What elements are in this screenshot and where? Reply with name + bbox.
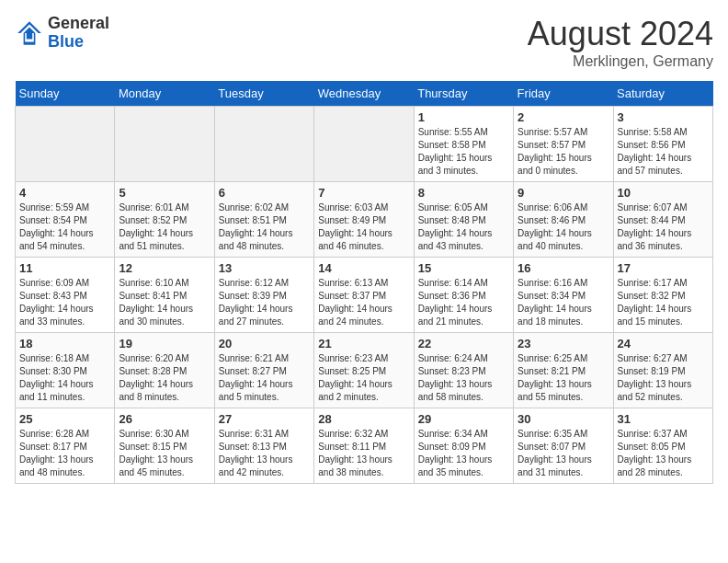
day-number: 12 — [119, 261, 210, 275]
day-number: 5 — [119, 186, 210, 200]
day-number: 24 — [618, 337, 709, 350]
day-info: Sunrise: 6:20 AMSunset: 8:28 PMDaylight:… — [119, 352, 210, 404]
calendar-cell: 17Sunrise: 6:17 AMSunset: 8:32 PMDayligh… — [613, 258, 712, 333]
calendar-cell: 20Sunrise: 6:21 AMSunset: 8:27 PMDayligh… — [214, 333, 313, 408]
day-info: Sunrise: 5:57 AMSunset: 8:57 PMDaylight:… — [518, 126, 609, 178]
day-number: 8 — [418, 186, 509, 200]
logo: General Blue — [15, 15, 109, 52]
day-number: 25 — [19, 412, 110, 426]
day-info: Sunrise: 6:23 AMSunset: 8:25 PMDaylight:… — [318, 352, 409, 404]
calendar-cell — [115, 107, 214, 182]
title-block: August 2024 Merklingen, Germany — [528, 15, 713, 70]
calendar-table: SundayMondayTuesdayWednesdayThursdayFrid… — [15, 81, 713, 484]
day-info: Sunrise: 6:31 AMSunset: 8:13 PMDaylight:… — [219, 428, 310, 479]
day-info: Sunrise: 6:07 AMSunset: 8:44 PMDaylight:… — [618, 201, 709, 253]
calendar-cell: 12Sunrise: 6:10 AMSunset: 8:41 PMDayligh… — [115, 258, 214, 333]
day-number: 28 — [318, 412, 409, 426]
day-header-tuesday: Tuesday — [214, 81, 313, 107]
calendar-cell — [16, 107, 115, 182]
logo-text: General Blue — [48, 15, 109, 52]
day-info: Sunrise: 6:17 AMSunset: 8:32 PMDaylight:… — [618, 277, 709, 328]
calendar-week-1: 1Sunrise: 5:55 AMSunset: 8:58 PMDaylight… — [16, 107, 713, 182]
location: Merklingen, Germany — [528, 53, 713, 70]
day-number: 17 — [618, 261, 709, 275]
day-number: 11 — [19, 261, 110, 275]
day-info: Sunrise: 6:09 AMSunset: 8:43 PMDaylight:… — [19, 277, 110, 328]
calendar-cell: 19Sunrise: 6:20 AMSunset: 8:28 PMDayligh… — [115, 333, 214, 408]
calendar-cell: 4Sunrise: 5:59 AMSunset: 8:54 PMDaylight… — [16, 182, 115, 258]
logo-general-text: General — [48, 15, 109, 33]
day-info: Sunrise: 6:35 AMSunset: 8:07 PMDaylight:… — [518, 428, 609, 479]
day-number: 3 — [618, 110, 709, 124]
calendar-cell: 18Sunrise: 6:18 AMSunset: 8:30 PMDayligh… — [16, 333, 115, 408]
day-header-sunday: Sunday — [16, 81, 115, 107]
day-number: 15 — [418, 261, 509, 275]
day-info: Sunrise: 5:58 AMSunset: 8:56 PMDaylight:… — [618, 126, 709, 178]
day-number: 29 — [418, 412, 509, 426]
day-info: Sunrise: 6:01 AMSunset: 8:52 PMDaylight:… — [119, 201, 210, 253]
day-header-friday: Friday — [514, 81, 613, 107]
day-number: 22 — [418, 337, 509, 350]
day-info: Sunrise: 6:32 AMSunset: 8:11 PMDaylight:… — [318, 428, 409, 479]
day-number: 30 — [518, 412, 609, 426]
calendar-cell: 31Sunrise: 6:37 AMSunset: 8:05 PMDayligh… — [613, 408, 712, 484]
logo-icon — [15, 18, 44, 48]
day-info: Sunrise: 6:34 AMSunset: 8:09 PMDaylight:… — [418, 428, 509, 479]
calendar-week-3: 11Sunrise: 6:09 AMSunset: 8:43 PMDayligh… — [16, 258, 713, 333]
calendar-cell: 9Sunrise: 6:06 AMSunset: 8:46 PMDaylight… — [514, 182, 613, 258]
day-info: Sunrise: 6:14 AMSunset: 8:36 PMDaylight:… — [418, 277, 509, 328]
day-info: Sunrise: 6:05 AMSunset: 8:48 PMDaylight:… — [418, 201, 509, 253]
day-info: Sunrise: 5:59 AMSunset: 8:54 PMDaylight:… — [19, 201, 110, 253]
calendar-cell: 3Sunrise: 5:58 AMSunset: 8:56 PMDaylight… — [613, 107, 712, 182]
day-info: Sunrise: 6:06 AMSunset: 8:46 PMDaylight:… — [518, 201, 609, 253]
day-info: Sunrise: 5:55 AMSunset: 8:58 PMDaylight:… — [418, 126, 509, 178]
calendar-week-2: 4Sunrise: 5:59 AMSunset: 8:54 PMDaylight… — [16, 182, 713, 258]
calendar-cell: 11Sunrise: 6:09 AMSunset: 8:43 PMDayligh… — [16, 258, 115, 333]
page-header: General Blue August 2024 Merklingen, Ger… — [15, 15, 713, 70]
day-number: 4 — [19, 186, 110, 200]
calendar-cell: 1Sunrise: 5:55 AMSunset: 8:58 PMDaylight… — [414, 107, 513, 182]
calendar-cell: 25Sunrise: 6:28 AMSunset: 8:17 PMDayligh… — [16, 408, 115, 484]
day-number: 1 — [418, 110, 509, 124]
day-number: 14 — [318, 261, 409, 275]
calendar-cell: 7Sunrise: 6:03 AMSunset: 8:49 PMDaylight… — [314, 182, 414, 258]
calendar-cell: 14Sunrise: 6:13 AMSunset: 8:37 PMDayligh… — [314, 258, 414, 333]
day-number: 19 — [119, 337, 210, 350]
calendar-cell: 24Sunrise: 6:27 AMSunset: 8:19 PMDayligh… — [613, 333, 712, 408]
calendar-cell: 13Sunrise: 6:12 AMSunset: 8:39 PMDayligh… — [214, 258, 313, 333]
day-number: 21 — [318, 337, 409, 350]
day-number: 31 — [618, 412, 709, 426]
day-info: Sunrise: 6:28 AMSunset: 8:17 PMDaylight:… — [19, 428, 110, 479]
day-number: 2 — [518, 110, 609, 124]
calendar-cell: 26Sunrise: 6:30 AMSunset: 8:15 PMDayligh… — [115, 408, 214, 484]
day-info: Sunrise: 6:25 AMSunset: 8:21 PMDaylight:… — [518, 352, 609, 404]
day-header-monday: Monday — [115, 81, 214, 107]
day-info: Sunrise: 6:13 AMSunset: 8:37 PMDaylight:… — [318, 277, 409, 328]
calendar-cell: 30Sunrise: 6:35 AMSunset: 8:07 PMDayligh… — [514, 408, 613, 484]
day-number: 26 — [119, 412, 210, 426]
day-number: 7 — [318, 186, 409, 200]
calendar-cell: 8Sunrise: 6:05 AMSunset: 8:48 PMDaylight… — [414, 182, 513, 258]
day-info: Sunrise: 6:27 AMSunset: 8:19 PMDaylight:… — [618, 352, 709, 404]
day-number: 9 — [518, 186, 609, 200]
calendar-cell: 2Sunrise: 5:57 AMSunset: 8:57 PMDaylight… — [514, 107, 613, 182]
calendar-cell: 27Sunrise: 6:31 AMSunset: 8:13 PMDayligh… — [214, 408, 313, 484]
day-info: Sunrise: 6:16 AMSunset: 8:34 PMDaylight:… — [518, 277, 609, 328]
day-number: 16 — [518, 261, 609, 275]
day-header-thursday: Thursday — [414, 81, 513, 107]
day-number: 18 — [19, 337, 110, 350]
day-info: Sunrise: 6:10 AMSunset: 8:41 PMDaylight:… — [119, 277, 210, 328]
calendar-week-5: 25Sunrise: 6:28 AMSunset: 8:17 PMDayligh… — [16, 408, 713, 484]
calendar-cell: 15Sunrise: 6:14 AMSunset: 8:36 PMDayligh… — [414, 258, 513, 333]
calendar-cell: 21Sunrise: 6:23 AMSunset: 8:25 PMDayligh… — [314, 333, 414, 408]
calendar-cell: 29Sunrise: 6:34 AMSunset: 8:09 PMDayligh… — [414, 408, 513, 484]
calendar-header-row: SundayMondayTuesdayWednesdayThursdayFrid… — [16, 81, 713, 107]
day-info: Sunrise: 6:18 AMSunset: 8:30 PMDaylight:… — [19, 352, 110, 404]
calendar-cell: 10Sunrise: 6:07 AMSunset: 8:44 PMDayligh… — [613, 182, 712, 258]
calendar-cell: 28Sunrise: 6:32 AMSunset: 8:11 PMDayligh… — [314, 408, 414, 484]
day-number: 10 — [618, 186, 709, 200]
day-number: 20 — [219, 337, 310, 350]
day-info: Sunrise: 6:02 AMSunset: 8:51 PMDaylight:… — [219, 201, 310, 253]
day-info: Sunrise: 6:03 AMSunset: 8:49 PMDaylight:… — [318, 201, 409, 253]
day-info: Sunrise: 6:21 AMSunset: 8:27 PMDaylight:… — [219, 352, 310, 404]
